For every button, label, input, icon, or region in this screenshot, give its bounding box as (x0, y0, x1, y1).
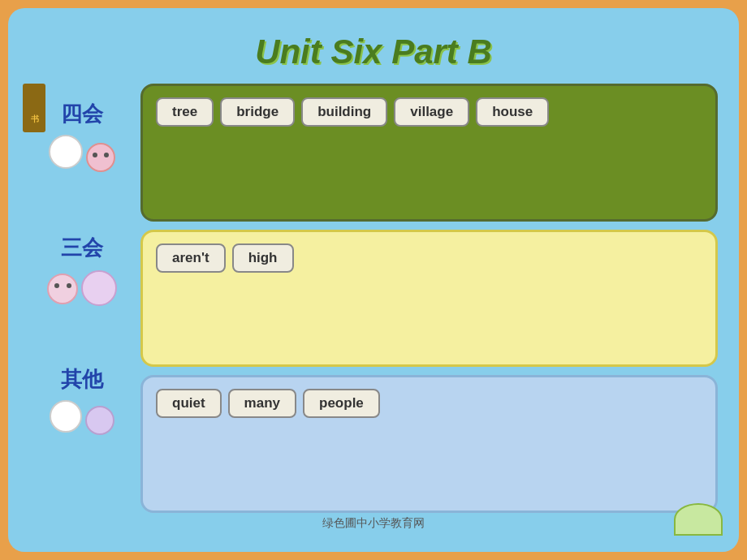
panels-container: treebridgebuildingvillagehouse aren'thig… (140, 84, 718, 513)
blue-words: quietmanypeople (156, 389, 702, 418)
content-area: Unit Six Part B 书 四会 三会 (23, 23, 724, 537)
panel-green: treebridgebuildingvillagehouse (140, 84, 718, 222)
blob-violet (85, 406, 114, 435)
yellow-words: aren'thigh (156, 243, 702, 273)
blob-purple (81, 270, 117, 306)
panel-blue: quietmanypeople (140, 375, 718, 513)
page-title: Unit Six Part B (23, 23, 724, 78)
san-hui-label: 三会 (61, 234, 103, 262)
word-button-quiet[interactable]: quiet (156, 389, 222, 418)
blob-white-2 (50, 400, 82, 433)
word-button-bridge[interactable]: bridge (220, 97, 295, 127)
word-button-many[interactable]: many (228, 389, 296, 418)
word-button-village[interactable]: village (394, 97, 469, 127)
bottom-right-decoration (674, 503, 723, 536)
sidebar-qi-ta: 其他 (23, 357, 140, 441)
sidebar-si-hui: 四会 (23, 92, 140, 177)
footer: 绿色圃中小学教育网 (23, 516, 724, 531)
qi-ta-blobs (50, 400, 114, 433)
word-button-tree[interactable]: tree (156, 97, 214, 127)
green-words: treebridgebuildingvillagehouse (156, 97, 702, 127)
blob-light-pink (47, 274, 78, 304)
qi-ta-label: 其他 (61, 365, 103, 394)
blob-pink (86, 143, 115, 172)
sidebar: 四会 三会 (23, 84, 140, 537)
sidebar-san-hui: 三会 (23, 226, 140, 312)
blob-white (49, 135, 83, 169)
word-button-building[interactable]: building (301, 97, 387, 127)
si-hui-label: 四会 (61, 100, 103, 128)
word-button-people[interactable]: people (303, 389, 380, 418)
word-button-aren't[interactable]: aren't (156, 243, 226, 273)
panel-yellow: aren'thigh (140, 230, 718, 368)
si-hui-blobs (49, 135, 115, 169)
san-hui-blobs (47, 269, 117, 304)
background: Unit Six Part B 书 四会 三会 (8, 8, 739, 552)
word-button-house[interactable]: house (476, 97, 549, 127)
word-button-high[interactable]: high (232, 243, 294, 273)
